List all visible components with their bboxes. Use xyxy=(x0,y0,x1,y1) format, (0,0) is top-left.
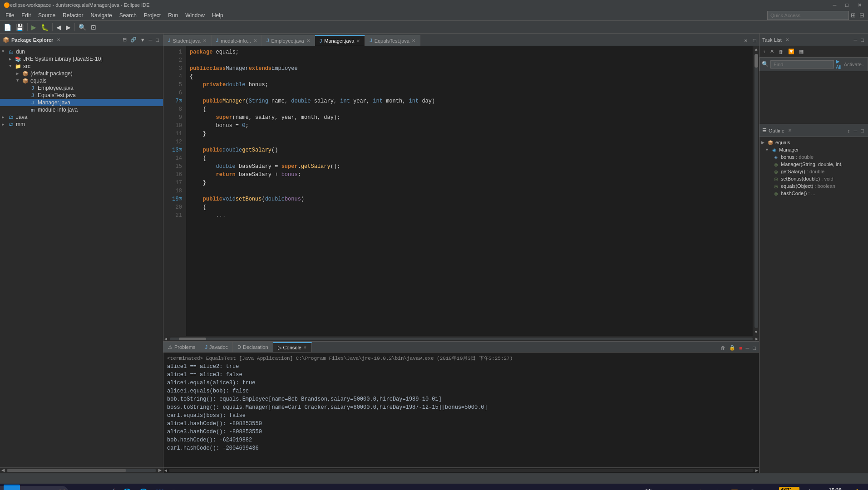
toolbar-console-button[interactable]: ⊡ xyxy=(89,22,98,32)
task-columns-button[interactable]: ▦ xyxy=(798,48,805,55)
tree-item-src[interactable]: ▼ 📁 src xyxy=(0,63,163,70)
scroll-left[interactable]: ◀ xyxy=(163,468,168,473)
tray-arrow[interactable]: ^ xyxy=(802,485,817,490)
menu-navigate[interactable]: Navigate xyxy=(87,11,115,20)
minimize-panel-button[interactable]: ─ xyxy=(148,36,154,43)
console-scrollbar[interactable]: ◀ ▶ xyxy=(163,467,759,473)
tab-close-button[interactable]: ✕ xyxy=(356,39,360,44)
menu-edit[interactable]: Edit xyxy=(18,11,35,20)
collapse-all-button[interactable]: ⊟ xyxy=(121,36,128,43)
all-link[interactable]: ▶ All xyxy=(836,59,842,70)
find-input[interactable] xyxy=(770,60,834,69)
tab-student[interactable]: J Student.java ✕ xyxy=(163,35,212,46)
tree-item-employee[interactable]: J Employee.java xyxy=(0,84,163,92)
tree-item-equalstest[interactable]: J EqualsTest.java xyxy=(0,92,163,99)
scroll-right[interactable]: ▶ xyxy=(755,336,759,342)
input-method-label[interactable]: 英 xyxy=(641,485,656,490)
scroll-down-arrow[interactable]: ▼ xyxy=(754,329,758,336)
task-list-close-icon[interactable]: ✕ xyxy=(785,37,789,42)
outline-equals-method[interactable]: ◎ equals(Object) : boolean xyxy=(760,182,868,190)
edge-icon[interactable]: ℯ xyxy=(71,485,85,490)
clear-console-button[interactable]: 🗑 xyxy=(719,345,727,351)
tree-item-java[interactable]: ▶ 🗂 Java xyxy=(0,113,163,121)
menu-refactor[interactable]: Refactor xyxy=(59,11,87,20)
close-button[interactable]: ✕ xyxy=(855,2,864,8)
tree-item-manager[interactable]: J Manager.java xyxy=(0,99,163,106)
menu-search[interactable]: Search xyxy=(116,11,140,20)
tree-item-dun[interactable]: ▼ 🗂 dun xyxy=(0,48,163,55)
search-taskbar[interactable] xyxy=(22,485,36,490)
tree-item-jre[interactable]: ▶ 📚 JRE System Library [JavaSE-10] xyxy=(0,55,163,63)
outline-sort-button[interactable]: ↕ xyxy=(846,127,852,134)
task-minimize-button[interactable]: ─ xyxy=(853,37,859,43)
scroll-thumb[interactable] xyxy=(755,54,758,68)
tab-declaration[interactable]: D Declaration xyxy=(233,342,273,352)
toolbar-run-button[interactable]: ▶ xyxy=(30,22,38,32)
outline-hashcode[interactable]: ◎ hashCode() : ... xyxy=(760,190,868,197)
tab-module-info[interactable]: J module-info... ✕ xyxy=(212,35,262,46)
task-filter-button[interactable]: 🔽 xyxy=(787,48,796,55)
menu-file[interactable]: File xyxy=(2,11,18,20)
camera-icon[interactable]: 📷 xyxy=(169,485,183,490)
file-explorer-icon[interactable]: 📁 xyxy=(54,485,69,490)
tray-icon-3[interactable]: 🔔 xyxy=(693,485,707,490)
browser2-icon[interactable]: 🌐 xyxy=(136,485,151,490)
tab-employee[interactable]: J Employee.java ✕ xyxy=(262,35,315,46)
outline-getsalary[interactable]: ◎ getSalary() : double xyxy=(760,168,868,175)
tray-icon-4[interactable]: 🔒 xyxy=(710,485,725,490)
toolbar-save-button[interactable]: 💾 xyxy=(14,22,25,32)
maximize-editor-button[interactable]: □ xyxy=(750,36,759,46)
scroll-right[interactable]: ▶ xyxy=(755,468,759,473)
task-maximize-button[interactable]: □ xyxy=(859,37,865,43)
package-explorer-close-icon[interactable]: ✕ xyxy=(57,37,60,42)
scrollbar-thumb[interactable] xyxy=(179,338,206,340)
tree-item-default-package[interactable]: ▶ 📦 (default package) xyxy=(0,70,163,77)
task-delete-button[interactable]: ✕ xyxy=(769,48,775,55)
activate-link[interactable]: Activate... xyxy=(844,62,866,67)
link-editor-button[interactable]: 🔗 xyxy=(129,36,138,43)
toolbar-search-button[interactable]: 🔍 xyxy=(77,22,88,32)
store-icon[interactable]: 🛒 xyxy=(104,485,118,490)
tray-icon-2[interactable]: 🎵 xyxy=(676,485,690,490)
task-purge-button[interactable]: 🗑 xyxy=(777,49,785,55)
browser-icon[interactable]: 🌐 xyxy=(120,485,134,490)
tray-icon-1[interactable]: 💬 xyxy=(658,485,673,490)
tab-close-button[interactable]: ✕ xyxy=(253,38,257,43)
menu-window[interactable]: Window xyxy=(182,11,208,20)
tree-item-module-info[interactable]: m module-info.java xyxy=(0,106,163,113)
outline-setbonus[interactable]: ◎ setBonus(double) : void xyxy=(760,175,868,182)
tab-manager[interactable]: J Manager.java ✕ xyxy=(315,35,365,46)
maximize-panel-button[interactable]: □ xyxy=(154,36,160,43)
outline-maximize-button[interactable]: □ xyxy=(859,127,865,134)
minimize-button[interactable]: ─ xyxy=(830,2,839,8)
outline-manager-class[interactable]: ▼ ◉ Manager xyxy=(760,146,868,153)
menu-run[interactable]: Run xyxy=(164,11,182,20)
code-content[interactable]: package equals; public class Manager ext… xyxy=(186,46,753,336)
scroll-right-arrow[interactable]: ▶ xyxy=(157,467,163,474)
toolbar-back-button[interactable]: ◀ xyxy=(54,22,63,32)
minimize-bottom-button[interactable]: ─ xyxy=(745,345,751,351)
scroll-lock-button[interactable]: 🔒 xyxy=(728,344,737,351)
scroll-left-arrow[interactable]: ◀ xyxy=(0,467,6,474)
outline-minimize-button[interactable]: ─ xyxy=(853,127,859,134)
tab-close-button[interactable]: ✕ xyxy=(412,38,415,43)
view-menu-button[interactable]: ▼ xyxy=(139,36,147,43)
menu-help[interactable]: Help xyxy=(208,11,227,20)
tab-equalstest[interactable]: J EqualsTest.java ✕ xyxy=(365,35,420,46)
maximize-button[interactable]: □ xyxy=(843,2,851,8)
toolbar-new-button[interactable]: 📄 xyxy=(2,22,13,32)
tab-close-button[interactable]: ✕ xyxy=(303,345,307,350)
tree-item-mm[interactable]: ▶ 🗂 mm xyxy=(0,121,163,128)
tray-keyboard[interactable]: ⌨ xyxy=(762,485,776,490)
editor-scrollbar[interactable]: ▲ ▼ xyxy=(753,46,759,336)
tab-problems[interactable]: ⚠ Problems xyxy=(163,342,200,352)
notification-button[interactable]: 🔔 xyxy=(850,485,864,490)
maximize-bottom-button[interactable]: □ xyxy=(751,345,757,351)
clock[interactable]: 15:29 2018/10/3 xyxy=(824,487,846,490)
terminate-button[interactable]: ■ xyxy=(738,345,744,351)
outline-close-icon[interactable]: ✕ xyxy=(788,128,792,133)
tab-javadoc[interactable]: J Javadoc xyxy=(200,342,233,352)
outline-bonus-field[interactable]: ◈ bonus : double xyxy=(760,153,868,161)
quick-access-input[interactable] xyxy=(767,11,849,20)
input-method-icon[interactable]: S xyxy=(624,485,638,490)
